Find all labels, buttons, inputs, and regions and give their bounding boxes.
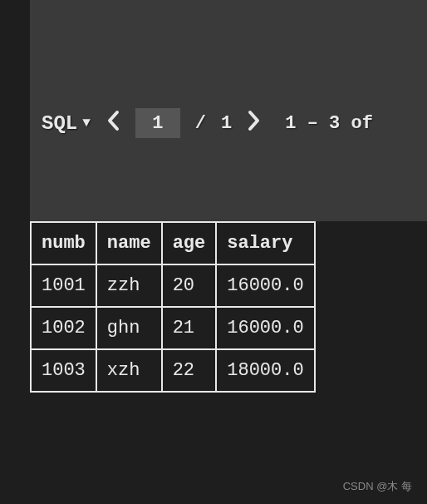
sql-dropdown[interactable]: SQL ▼ — [42, 112, 91, 135]
cell: 16000.0 — [216, 264, 314, 307]
watermark: CSDN @木 每 — [343, 479, 412, 494]
cell: 1001 — [31, 264, 96, 307]
range-text: 1 – 3 of — [285, 113, 373, 134]
cell: 20 — [162, 264, 217, 307]
cell: 1003 — [31, 349, 96, 392]
toolbar: SQL ▼ / 1 1 – 3 of — [30, 0, 427, 221]
cell: 21 — [162, 307, 217, 349]
col-header: numb — [31, 222, 96, 264]
results-table-wrap: numb name age salary 1001 zzh 20 16000.0… — [30, 221, 427, 393]
chevron-left-icon — [106, 110, 120, 131]
table-header-row: numb name age salary — [31, 222, 315, 264]
table-row: 1002 ghn 21 16000.0 — [31, 307, 315, 349]
cell: zzh — [96, 264, 162, 307]
table-row: 1001 zzh 20 16000.0 — [31, 264, 315, 307]
chevron-right-icon — [247, 110, 262, 131]
cell: 22 — [162, 349, 217, 392]
cell: 18000.0 — [216, 349, 314, 392]
cell: xzh — [96, 349, 162, 392]
next-page-button[interactable] — [247, 110, 262, 137]
cell: 16000.0 — [216, 307, 314, 349]
page-separator: / — [195, 113, 206, 134]
sql-label: SQL — [42, 112, 77, 135]
col-header: name — [96, 222, 162, 264]
cell: 1002 — [31, 307, 96, 349]
cell: ghn — [96, 307, 162, 349]
dropdown-triangle-icon: ▼ — [82, 116, 91, 131]
results-table: numb name age salary 1001 zzh 20 16000.0… — [30, 221, 316, 393]
col-header: salary — [216, 222, 314, 264]
table-row: 1003 xzh 22 18000.0 — [31, 349, 315, 392]
page-total: 1 — [221, 113, 232, 134]
prev-page-button[interactable] — [106, 110, 120, 137]
col-header: age — [162, 222, 217, 264]
page-input[interactable] — [135, 108, 180, 138]
